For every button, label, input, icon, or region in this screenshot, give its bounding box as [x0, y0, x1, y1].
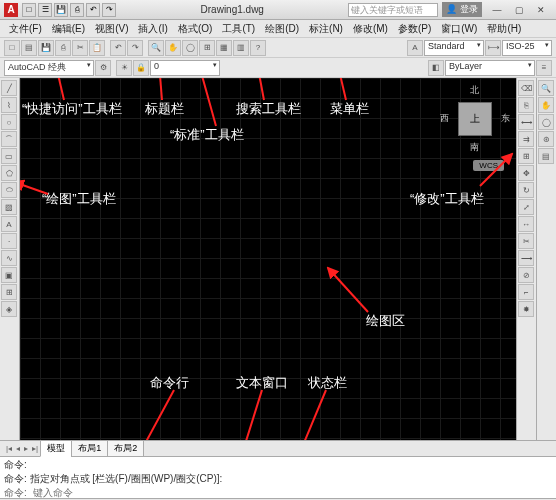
tab-next[interactable]: ▸: [22, 444, 30, 453]
tool-icon[interactable]: ◯: [182, 40, 198, 56]
maximize-button[interactable]: ▢: [508, 2, 530, 18]
tool-icon[interactable]: ?: [250, 40, 266, 56]
layer-icon[interactable]: ☀: [116, 60, 132, 76]
menu-view[interactable]: 视图(V): [90, 22, 133, 36]
tool-icon[interactable]: ◧: [428, 60, 444, 76]
cmd-prompt: 命令:: [4, 487, 27, 498]
hatch-icon[interactable]: ▨: [1, 199, 17, 215]
tool-icon[interactable]: ▤: [21, 40, 37, 56]
command-window[interactable]: 命令: 命令: 指定对角点或 [栏选(F)/圈围(WP)/圈交(CP)]: 命令…: [0, 456, 556, 498]
rotate-icon[interactable]: ↻: [518, 182, 534, 198]
move-icon[interactable]: ✥: [518, 165, 534, 181]
fillet-icon[interactable]: ⌐: [518, 284, 534, 300]
extend-icon[interactable]: ⟶: [518, 250, 534, 266]
circle-icon[interactable]: ○: [1, 114, 17, 130]
menu-dim[interactable]: 标注(N): [304, 22, 348, 36]
mirror-icon[interactable]: ⟷: [518, 114, 534, 130]
tool-icon[interactable]: 📋: [89, 40, 105, 56]
text-style-icon[interactable]: A: [407, 40, 423, 56]
tool-icon[interactable]: 💾: [38, 40, 54, 56]
layer-icon[interactable]: 🔒: [133, 60, 149, 76]
menu-help[interactable]: 帮助(H): [482, 22, 526, 36]
tab-model[interactable]: 模型: [40, 440, 72, 457]
save-icon[interactable]: 💾: [54, 3, 68, 17]
ellipse-icon[interactable]: ⬭: [1, 182, 17, 198]
rect-icon[interactable]: ▭: [1, 148, 17, 164]
search-input[interactable]: 键入关键字或短语: [348, 3, 438, 17]
polygon-icon[interactable]: ⬠: [1, 165, 17, 181]
tool-icon[interactable]: ✋: [165, 40, 181, 56]
showm-icon[interactable]: ▤: [538, 148, 554, 164]
erase-icon[interactable]: ⌫: [518, 80, 534, 96]
menu-modify[interactable]: 修改(M): [348, 22, 393, 36]
spline-icon[interactable]: ∿: [1, 250, 17, 266]
zoom-icon[interactable]: 🔍: [538, 80, 554, 96]
dim-style-icon[interactable]: ⟼: [485, 40, 501, 56]
point-icon[interactable]: ·: [1, 233, 17, 249]
tab-layout2[interactable]: 布局2: [107, 440, 144, 457]
line-icon[interactable]: ╱: [1, 80, 17, 96]
command-input[interactable]: [33, 487, 453, 498]
trim-icon[interactable]: ✂: [518, 233, 534, 249]
tool-icon[interactable]: ⊞: [199, 40, 215, 56]
menu-file[interactable]: 文件(F): [4, 22, 47, 36]
tool-icon[interactable]: 🔍: [148, 40, 164, 56]
menu-format[interactable]: 格式(O): [173, 22, 217, 36]
menu-edit[interactable]: 编辑(E): [47, 22, 90, 36]
title-bar: A □ ☰ 💾 ⎙ ↶ ↷ Drawing1.dwg 键入关键字或短语 👤 登录…: [0, 0, 556, 20]
color-combo[interactable]: ByLayer: [445, 60, 535, 76]
print-icon[interactable]: ⎙: [70, 3, 84, 17]
tool-icon[interactable]: ✂: [72, 40, 88, 56]
tool-icon[interactable]: □: [4, 40, 20, 56]
pline-icon[interactable]: ⌇: [1, 97, 17, 113]
open-icon[interactable]: ☰: [38, 3, 52, 17]
viewcube-face[interactable]: 上: [458, 102, 492, 136]
dim-style-combo[interactable]: ISO-25: [502, 40, 552, 56]
tool-icon[interactable]: ▥: [233, 40, 249, 56]
tab-first[interactable]: |◂: [4, 444, 14, 453]
block-icon[interactable]: ▣: [1, 267, 17, 283]
tab-last[interactable]: ▸|: [30, 444, 40, 453]
tool-icon[interactable]: ≡: [536, 60, 552, 76]
tool-icon[interactable]: ▦: [216, 40, 232, 56]
tool-icon[interactable]: ⎙: [55, 40, 71, 56]
offset-icon[interactable]: ⇉: [518, 131, 534, 147]
undo-icon[interactable]: ↶: [86, 3, 100, 17]
layer-combo[interactable]: 0: [150, 60, 220, 76]
menu-draw[interactable]: 绘图(D): [260, 22, 304, 36]
stretch-icon[interactable]: ↔: [518, 216, 534, 232]
pan-icon[interactable]: ✋: [538, 97, 554, 113]
text-style-combo[interactable]: Standard: [424, 40, 484, 56]
wheel-icon[interactable]: ⊛: [538, 131, 554, 147]
array-icon[interactable]: ⊞: [518, 148, 534, 164]
copy-icon[interactable]: ⎘: [518, 97, 534, 113]
menu-window[interactable]: 窗口(W): [436, 22, 482, 36]
app-logo[interactable]: A: [4, 3, 18, 17]
close-button[interactable]: ✕: [530, 2, 552, 18]
tab-prev[interactable]: ◂: [14, 444, 22, 453]
table-icon[interactable]: ⊞: [1, 284, 17, 300]
tab-layout1[interactable]: 布局1: [71, 440, 108, 457]
new-icon[interactable]: □: [22, 3, 36, 17]
view-cube[interactable]: 北 南 西 东 上: [440, 84, 510, 154]
break-icon[interactable]: ⊘: [518, 267, 534, 283]
cmd-history: 命令:: [4, 458, 552, 472]
text-icon[interactable]: A: [1, 216, 17, 232]
document-title: Drawing1.dwg: [116, 4, 348, 15]
explode-icon[interactable]: ✸: [518, 301, 534, 317]
redo-icon[interactable]: ↷: [102, 3, 116, 17]
menu-param[interactable]: 参数(P): [393, 22, 436, 36]
region-icon[interactable]: ◈: [1, 301, 17, 317]
tool-icon[interactable]: ⚙: [95, 60, 111, 76]
arc-icon[interactable]: ⌒: [1, 131, 17, 147]
scale-icon[interactable]: ⤢: [518, 199, 534, 215]
workspace-combo[interactable]: AutoCAD 经典: [4, 60, 94, 76]
menu-insert[interactable]: 插入(I): [133, 22, 172, 36]
orbit-icon[interactable]: ◯: [538, 114, 554, 130]
tool-icon[interactable]: ↷: [127, 40, 143, 56]
login-button[interactable]: 👤 登录: [442, 2, 482, 17]
menu-tools[interactable]: 工具(T): [217, 22, 260, 36]
tool-icon[interactable]: ↶: [110, 40, 126, 56]
minimize-button[interactable]: —: [486, 2, 508, 18]
drawing-area[interactable]: 北 南 西 东 上 WCS “快捷访问”工具栏 标题栏 搜索工具栏 菜单栏 “标…: [20, 78, 516, 440]
